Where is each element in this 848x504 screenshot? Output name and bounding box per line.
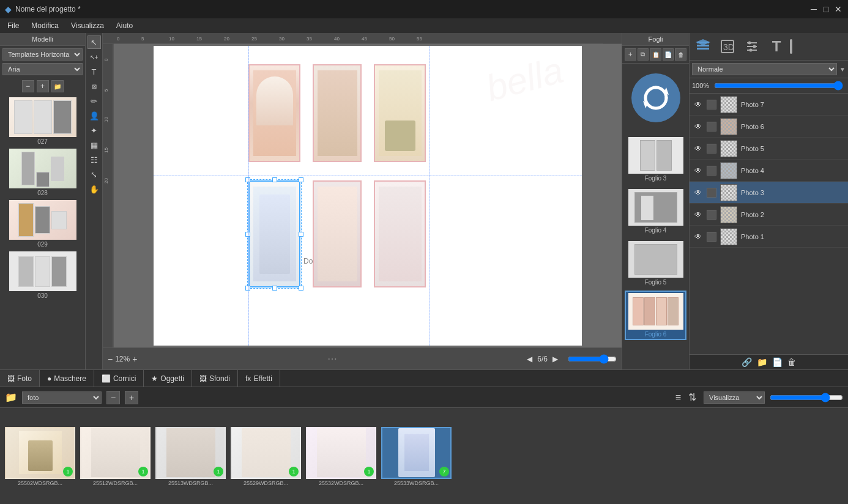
page-nav[interactable]: ◀ 6/6 ▶ <box>527 355 558 363</box>
fogli-delete[interactable]: 🗑 <box>675 48 686 61</box>
photo-thumb-5[interactable]: 1 <box>306 427 376 479</box>
zoom-in-button[interactable]: + <box>132 354 137 364</box>
layer-eye-7[interactable]: 👁 <box>693 100 703 109</box>
photo-item-6[interactable]: 7 25533WDSRGB... <box>381 427 452 486</box>
photo-frame-2[interactable] <box>313 64 362 162</box>
photo-frame-6[interactable] <box>374 180 426 287</box>
template-item-027[interactable]: 027 <box>2 97 83 145</box>
template-item-028[interactable]: 028 <box>2 149 83 196</box>
layer-check-6[interactable] <box>707 122 716 132</box>
layer-check-5[interactable] <box>707 144 716 154</box>
blend-mode-arrow[interactable]: ▼ <box>839 66 846 73</box>
tool-grid2[interactable]: ☷ <box>87 153 101 166</box>
maximize-button[interactable]: □ <box>821 4 831 14</box>
zoom-out-button[interactable]: − <box>108 354 113 364</box>
canvas-viewport[interactable]: bella <box>114 44 622 347</box>
foglio-item-6[interactable]: Foglio 6 <box>625 291 686 340</box>
tool-grid[interactable]: ▦ <box>87 138 101 152</box>
fogli-copy[interactable]: 📋 <box>650 48 661 61</box>
template-tool-folder[interactable]: 📁 <box>51 80 64 92</box>
template-tool-minus[interactable]: − <box>22 80 34 92</box>
photo-item-3[interactable]: 1 25513WDSRGB... <box>155 427 226 486</box>
menu-aiuto[interactable]: Aiuto <box>111 20 138 31</box>
photo-frame-4[interactable] <box>248 180 300 287</box>
layers-icon[interactable] <box>692 35 714 57</box>
photo-frame-5[interactable] <box>313 180 362 287</box>
size-slider[interactable] <box>770 393 843 402</box>
tab-maschere[interactable]: ● Maschere <box>40 370 94 387</box>
close-button[interactable]: ✕ <box>833 4 843 14</box>
canvas-scroll[interactable] <box>568 354 617 364</box>
tab-foto[interactable]: 🖼 Foto <box>0 370 40 387</box>
photo-frame-1[interactable] <box>248 64 300 162</box>
tool-brightness[interactable]: ✦ <box>87 124 101 137</box>
photo-item-1[interactable]: 1 25502WDSRGB... <box>5 427 75 486</box>
tab-oggetti[interactable]: ★ Oggetti <box>144 370 192 387</box>
tool-brush[interactable]: ✏ <box>87 94 101 108</box>
photo-thumb-2[interactable]: 1 <box>80 427 151 479</box>
layer-delete-icon[interactable]: 🗑 <box>787 357 796 367</box>
layer-eye-4[interactable]: 👁 <box>693 166 703 176</box>
layer-link-icon[interactable]: 🔗 <box>742 357 752 367</box>
menu-modifica[interactable]: Modifica <box>26 20 64 31</box>
tool-hand[interactable]: ✋ <box>87 182 101 196</box>
prev-page-button[interactable]: ◀ <box>527 355 532 363</box>
foglio-item-3[interactable]: Foglio 3 <box>625 135 686 184</box>
tab-sfondi[interactable]: 🖼 Sfondi <box>192 370 238 387</box>
3d-icon[interactable]: 3D <box>716 35 738 57</box>
layer-photo5[interactable]: 👁 Photo 5 <box>690 138 848 160</box>
photo-thumb-1[interactable]: 1 <box>5 427 75 479</box>
menu-visualizza[interactable]: Visualizza <box>66 20 109 31</box>
titlebar-controls[interactable]: ─ □ ✕ <box>809 4 843 14</box>
folder-select[interactable]: foto <box>22 391 102 404</box>
layer-check-3[interactable] <box>707 188 716 198</box>
tab-cornici[interactable]: ⬜ Cornici <box>94 370 144 387</box>
photo-thumb-4[interactable]: 1 <box>231 427 301 479</box>
tab-effetti[interactable]: fx Effetti <box>238 370 280 387</box>
template-select2[interactable]: Aria Classic Modern <box>2 63 83 75</box>
photo-frame-3[interactable] <box>374 64 426 162</box>
tool-transform[interactable]: ⤡ <box>87 168 101 181</box>
layer-check-7[interactable] <box>707 100 716 109</box>
layer-eye-1[interactable]: 👁 <box>693 232 703 242</box>
opacity-slider[interactable] <box>714 81 843 91</box>
template-item-030[interactable]: 030 <box>2 251 83 299</box>
tool-text[interactable]: T <box>87 65 101 78</box>
photo-item-5[interactable]: 1 25532WDSRGB... <box>306 427 376 486</box>
layer-eye-2[interactable]: 👁 <box>693 210 703 220</box>
fogli-refresh-icon[interactable] <box>631 73 680 122</box>
menu-file[interactable]: File <box>2 20 24 31</box>
tool-select[interactable]: ↖ <box>87 35 101 49</box>
layer-folder-icon[interactable]: 📁 <box>757 357 767 367</box>
fogli-add[interactable]: + <box>625 48 636 61</box>
settings-icon[interactable] <box>741 35 763 57</box>
photo-item-4[interactable]: 1 25529WDSRGB... <box>231 427 301 486</box>
add-button[interactable]: + <box>125 391 138 404</box>
template-select1[interactable]: Templates Horizontal Templates Vertical … <box>2 48 83 61</box>
blend-mode-select[interactable]: Normale Moltiplica Schermo Sovrapponi <box>692 63 837 75</box>
align-icon[interactable]: ≡ <box>675 392 681 403</box>
folder-btn[interactable]: 📁 <box>5 391 17 403</box>
layer-eye-3[interactable]: 👁 <box>693 188 703 198</box>
layer-add-icon[interactable]: 📄 <box>772 357 783 367</box>
fogli-paste[interactable]: 📄 <box>663 48 674 61</box>
foglio-item-4[interactable]: Foglio 4 <box>625 187 686 236</box>
tool-add[interactable]: ↖+ <box>87 50 101 64</box>
layer-photo6[interactable]: 👁 Photo 6 <box>690 116 848 138</box>
photo-thumb-6[interactable]: 7 <box>381 427 452 479</box>
layer-photo7[interactable]: 👁 Photo 7 <box>690 94 848 116</box>
fogli-duplicate[interactable]: ⧉ <box>638 48 649 61</box>
template-item-029[interactable]: 029 <box>2 200 83 248</box>
remove-button[interactable]: − <box>106 391 120 404</box>
layer-check-4[interactable] <box>707 166 716 176</box>
layer-photo4[interactable]: 👁 Photo 4 <box>690 160 848 182</box>
tool-person[interactable]: 👤 <box>87 109 101 122</box>
template-dropdown2[interactable]: Aria Classic Modern <box>2 63 83 75</box>
layer-photo3[interactable]: 👁 Photo 3 <box>690 182 848 204</box>
layer-photo2[interactable]: 👁 Photo 2 <box>690 204 848 226</box>
template-dropdown1[interactable]: Templates Horizontal Templates Vertical … <box>2 48 83 61</box>
layer-eye-5[interactable]: 👁 <box>693 144 703 154</box>
minimize-button[interactable]: ─ <box>809 4 819 14</box>
visualizza-select[interactable]: Visualizza <box>704 391 765 404</box>
layer-eye-6[interactable]: 👁 <box>693 122 703 132</box>
